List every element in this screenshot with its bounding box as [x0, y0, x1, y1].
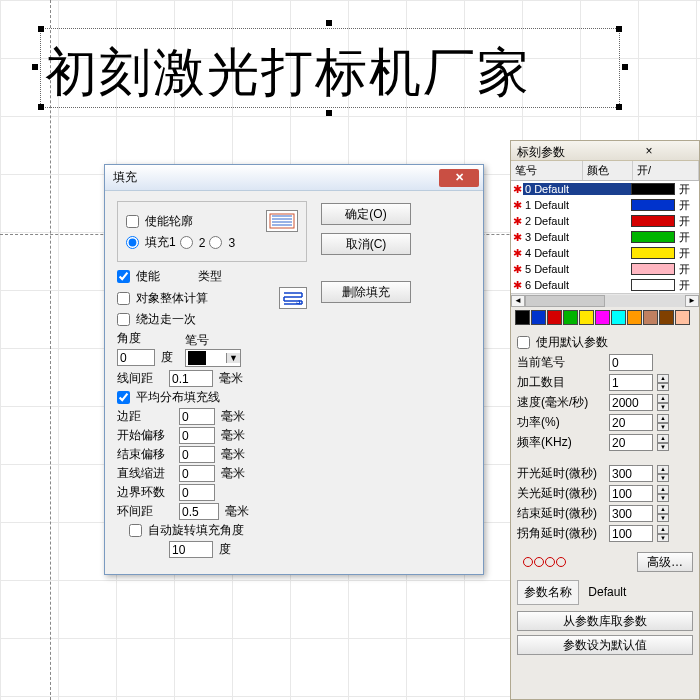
auto-rot-label: 自动旋转填充角度	[148, 522, 244, 539]
palette-swatch[interactable]	[659, 310, 674, 325]
auto-rot-input[interactable]	[169, 541, 213, 558]
fill1-label: 填充1	[145, 234, 176, 251]
freq-label: 频率(KHz)	[517, 434, 605, 451]
pen-row[interactable]: ✱0 Default开	[511, 181, 699, 197]
palette-swatch[interactable]	[515, 310, 530, 325]
fill3-radio[interactable]	[209, 236, 222, 249]
fill3-label: 3	[228, 236, 235, 250]
set-default-button[interactable]: 参数设为默认值	[517, 635, 693, 655]
delete-fill-button[interactable]: 删除填充	[321, 281, 411, 303]
count-spinner[interactable]: ▲▼	[657, 374, 669, 391]
palette-swatch[interactable]	[547, 310, 562, 325]
selection-handle[interactable]	[326, 110, 332, 116]
pen-list[interactable]: ✱0 Default开✱1 Default开✱2 Default开✱3 Defa…	[511, 181, 699, 293]
pen-row[interactable]: ✱1 Default开	[511, 197, 699, 213]
speed-spinner[interactable]: ▲▼	[657, 394, 669, 411]
power-label: 功率(%)	[517, 414, 605, 431]
palette-swatch[interactable]	[611, 310, 626, 325]
use-default-label: 使用默认参数	[536, 334, 608, 351]
palette-swatch[interactable]	[595, 310, 610, 325]
corner-delay-input[interactable]	[609, 525, 653, 542]
line-dist-input[interactable]	[169, 370, 213, 387]
angle-label: 角度	[117, 330, 173, 347]
line-shrink-input[interactable]	[179, 465, 215, 482]
on-delay-input[interactable]	[609, 465, 653, 482]
freq-input[interactable]	[609, 434, 653, 451]
ring-dist-input[interactable]	[179, 503, 219, 520]
advanced-button[interactable]: 高级…	[637, 552, 693, 572]
panel-title: 标刻参数	[517, 144, 605, 157]
start-off-label: 开始偏移	[117, 427, 175, 444]
enable-checkbox[interactable]	[117, 270, 130, 283]
selection-handle[interactable]	[616, 26, 622, 32]
freq-spinner[interactable]: ▲▼	[657, 434, 669, 451]
pen-scrollbar[interactable]: ◄ ►	[511, 293, 699, 307]
pen-row[interactable]: ✱4 Default开	[511, 245, 699, 261]
pen-dropdown[interactable]: ▼	[185, 349, 241, 367]
whole-calc-checkbox[interactable]	[117, 292, 130, 305]
from-lib-button[interactable]: 从参数库取参数	[517, 611, 693, 631]
edge-loops-input[interactable]	[179, 484, 215, 501]
dialog-title: 填充	[109, 169, 439, 186]
ring-dist-label: 环间距	[117, 503, 175, 520]
scroll-right-icon[interactable]: ►	[685, 295, 699, 307]
pattern-icon[interactable]	[279, 287, 307, 309]
palette-swatch[interactable]	[627, 310, 642, 325]
end-delay-input[interactable]	[609, 505, 653, 522]
palette-swatch[interactable]	[563, 310, 578, 325]
power-input[interactable]	[609, 414, 653, 431]
power-spinner[interactable]: ▲▼	[657, 414, 669, 431]
palette-swatch[interactable]	[531, 310, 546, 325]
deg-unit: 度	[161, 349, 173, 366]
avg-fill-label: 平均分布填充线	[136, 389, 220, 406]
end-off-input[interactable]	[179, 446, 215, 463]
canvas-text[interactable]: 初刻激光打标机厂家	[45, 38, 531, 108]
avg-fill-checkbox[interactable]	[117, 391, 130, 404]
ok-button[interactable]: 确定(O)	[321, 203, 411, 225]
speed-input[interactable]	[609, 394, 653, 411]
hatch-preview-icon[interactable]	[266, 210, 298, 232]
fill2-radio[interactable]	[180, 236, 193, 249]
selection-handle[interactable]	[32, 64, 38, 70]
selection-handle[interactable]	[38, 26, 44, 32]
panel-close-icon[interactable]: ×	[605, 144, 693, 157]
palette-swatch[interactable]	[643, 310, 658, 325]
off-delay-input[interactable]	[609, 485, 653, 502]
angle-input[interactable]	[117, 349, 155, 366]
dialog-titlebar[interactable]: 填充 ✕	[105, 165, 483, 191]
cancel-button[interactable]: 取消(C)	[321, 233, 411, 255]
palette-swatch[interactable]	[579, 310, 594, 325]
param-name-tab[interactable]: 参数名称	[517, 580, 579, 605]
selection-handle[interactable]	[326, 20, 332, 26]
selection-handle[interactable]	[38, 104, 44, 110]
pen-row[interactable]: ✱6 Default开	[511, 277, 699, 293]
pen-row[interactable]: ✱3 Default开	[511, 229, 699, 245]
end-off-label: 结束偏移	[117, 446, 175, 463]
margin-input[interactable]	[179, 408, 215, 425]
whole-calc-label: 对象整体计算	[136, 290, 208, 307]
pen-no-label: 笔号	[185, 332, 241, 349]
scroll-left-icon[interactable]: ◄	[511, 295, 525, 307]
walk-once-checkbox[interactable]	[117, 313, 130, 326]
count-input[interactable]	[609, 374, 653, 391]
on-delay-label: 开光延时(微秒)	[517, 465, 605, 482]
palette-swatch[interactable]	[675, 310, 690, 325]
auto-rot-checkbox[interactable]	[129, 524, 142, 537]
pen-row[interactable]: ✱2 Default开	[511, 213, 699, 229]
enable-outline-checkbox[interactable]	[126, 215, 139, 228]
cur-pen-label: 当前笔号	[517, 354, 605, 371]
panel-titlebar[interactable]: 标刻参数 ×	[511, 141, 699, 161]
mark-params-panel: 标刻参数 × 笔号 颜色 开/ ✱0 Default开✱1 Default开✱2…	[510, 140, 700, 700]
color-palette[interactable]	[511, 307, 699, 328]
selection-handle[interactable]	[622, 64, 628, 70]
end-delay-label: 结束延时(微秒)	[517, 505, 605, 522]
param-name-value: Default	[588, 585, 626, 599]
cur-pen-input[interactable]	[609, 354, 653, 371]
start-off-input[interactable]	[179, 427, 215, 444]
pen-row[interactable]: ✱5 Default开	[511, 261, 699, 277]
type-label: 类型	[198, 268, 222, 285]
close-button[interactable]: ✕	[439, 169, 479, 187]
fill1-radio[interactable]	[126, 236, 139, 249]
selection-handle[interactable]	[616, 104, 622, 110]
use-default-checkbox[interactable]	[517, 336, 530, 349]
